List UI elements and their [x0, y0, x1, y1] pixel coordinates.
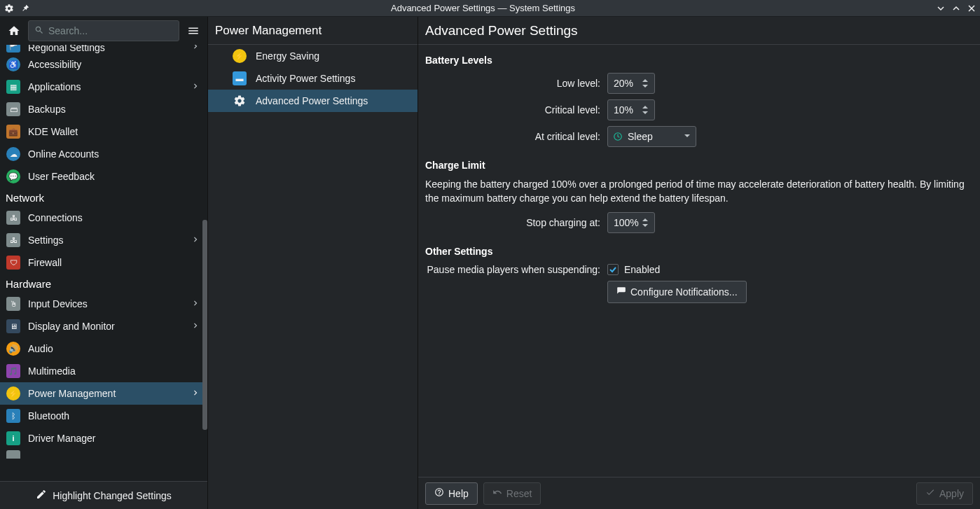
critical-level-label: Critical level: [425, 104, 607, 116]
low-level-label: Low level: [425, 78, 607, 89]
search-box[interactable] [28, 20, 179, 41]
charge-limit-description: Keeping the battery charged 100% over a … [425, 178, 972, 205]
maximize-button[interactable] [952, 4, 960, 13]
critical-level-spinbox[interactable]: 10% [607, 99, 655, 120]
check-icon [925, 487, 935, 499]
content-title: Advanced Power Settings [418, 17, 980, 45]
chevron-right-icon [191, 321, 202, 333]
chevron-down-icon [683, 131, 691, 142]
sidebar-item-network-settings[interactable]: 🖧 Settings [0, 229, 207, 251]
low-level-spinbox[interactable]: 20% [607, 73, 655, 94]
sidebar-item-accessibility[interactable]: ♿ Accessibility [0, 53, 207, 76]
sidebar-item-display-monitor[interactable]: 🖥 Display and Monitor [0, 315, 207, 337]
help-button[interactable]: Help [425, 482, 478, 505]
sidebar-item-driver-manager[interactable]: i Driver Manager [0, 427, 207, 449]
highlight-icon [36, 489, 47, 502]
titlebar-left [4, 4, 29, 13]
window-title: Advanced Power Settings — System Setting… [29, 3, 937, 13]
sidebar-item-audio[interactable]: 🔊 Audio [0, 337, 207, 360]
pause-media-label: Pause media players when suspending: [425, 264, 607, 275]
sidebar-item-connections[interactable]: 🖧 Connections [0, 207, 207, 229]
sub-item-energy-saving[interactable]: ⚡ Energy Saving [208, 45, 417, 67]
pause-media-checkbox[interactable] [607, 264, 619, 275]
undo-icon [492, 487, 502, 499]
scrollbar-thumb[interactable] [202, 220, 207, 430]
sidebar-item-power-management[interactable]: ⚡ Power Management [0, 382, 207, 405]
titlebar: Advanced Power Settings — System Setting… [0, 0, 980, 17]
spin-up-icon[interactable] [642, 78, 651, 83]
settings-app-icon [4, 4, 14, 13]
highlight-changed-button[interactable]: Highlight Changed Settings [0, 481, 207, 509]
configure-notifications-button[interactable]: Configure Notifications... [607, 281, 747, 303]
spin-down-icon[interactable] [642, 83, 651, 88]
reset-button: Reset [483, 482, 541, 505]
spin-down-icon[interactable] [642, 223, 651, 228]
search-icon [34, 25, 44, 37]
stop-charging-label: Stop charging at: [425, 217, 607, 228]
window-controls [937, 4, 976, 13]
sub-item-activity-power[interactable]: ▬ Activity Power Settings [208, 67, 417, 90]
menu-button[interactable] [184, 21, 203, 41]
apply-button: Apply [916, 482, 973, 505]
close-button[interactable] [967, 4, 976, 13]
chevron-right-icon [191, 45, 202, 53]
pin-icon[interactable] [21, 4, 29, 13]
section-other-settings: Other Settings [425, 246, 973, 257]
enabled-label: Enabled [624, 264, 660, 275]
sidebar-item-bluetooth[interactable]: ᛒ Bluetooth [0, 405, 207, 427]
notification-icon [616, 286, 626, 298]
sidebar-item-regional-settings[interactable]: 🏳️ Regional Settings [0, 45, 207, 53]
chevron-right-icon [191, 388, 202, 400]
sidebar-item-user-feedback[interactable]: 💬 User Feedback [0, 165, 207, 188]
spin-up-icon[interactable] [642, 105, 651, 110]
subcategory-column: Power Management ⚡ Energy Saving ▬ Activ… [208, 17, 418, 509]
highlight-label: Highlight Changed Settings [53, 490, 172, 501]
sidebar-item-multimedia[interactable]: 🎵 Multimedia [0, 360, 207, 382]
sleep-icon [612, 131, 623, 142]
section-charge-limit: Charge Limit [425, 160, 973, 171]
chevron-right-icon [191, 298, 202, 310]
chevron-right-icon [191, 81, 202, 93]
sidebar-item-applications[interactable]: ▦ Applications [0, 76, 207, 98]
sidebar-item-kde-wallet[interactable]: 💼 KDE Wallet [0, 120, 207, 143]
minimize-button[interactable] [937, 4, 945, 13]
section-battery-levels: Battery Levels [425, 55, 973, 66]
sidebar-item-firewall[interactable]: 🛡 Firewall [0, 251, 207, 274]
category-header-network: Network [0, 188, 207, 207]
search-input[interactable] [48, 25, 173, 36]
spin-up-icon[interactable] [642, 218, 651, 223]
at-critical-combobox[interactable]: Sleep [607, 126, 696, 147]
category-header-hardware: Hardware [0, 274, 207, 293]
subcategory-header: Power Management [208, 17, 417, 45]
sub-item-advanced-power[interactable]: Advanced Power Settings [208, 90, 417, 112]
sidebar-item-input-devices[interactable]: 🖱 Input Devices [0, 293, 207, 315]
at-critical-label: At critical level: [425, 131, 607, 142]
help-icon [434, 487, 444, 499]
home-button[interactable] [4, 21, 24, 41]
sidebar-item-online-accounts[interactable]: ☁ Online Accounts [0, 143, 207, 165]
sidebar-item-cut[interactable] [0, 449, 207, 459]
spin-down-icon[interactable] [642, 110, 651, 115]
stop-charging-spinbox[interactable]: 100% [607, 212, 655, 233]
sidebar: 🏳️ Regional Settings ♿ Accessibility ▦ A… [0, 17, 208, 509]
chevron-right-icon [191, 235, 202, 246]
content-pane: Advanced Power Settings Battery Levels L… [418, 17, 980, 509]
sidebar-item-backups[interactable]: 🗃 Backups [0, 98, 207, 120]
